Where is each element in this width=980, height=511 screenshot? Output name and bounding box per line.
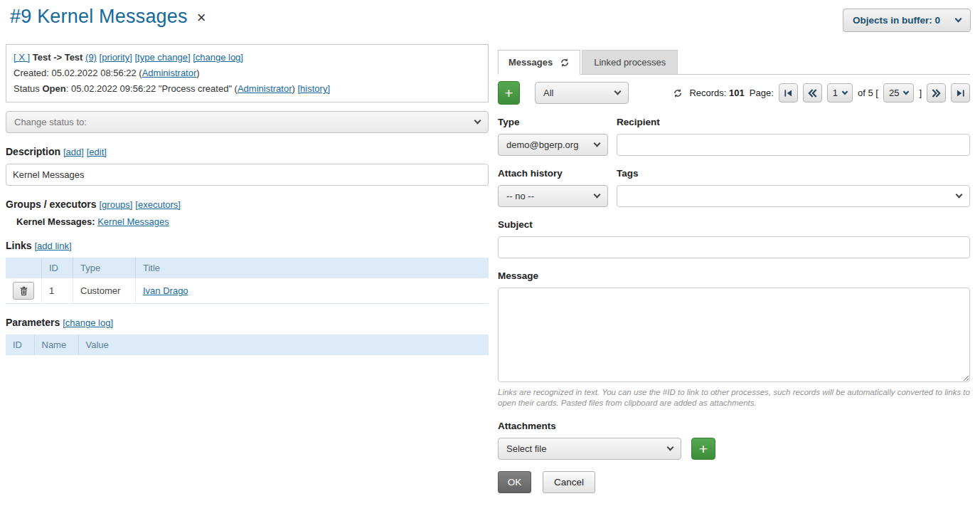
- attachment-file-select[interactable]: Select file: [498, 438, 681, 460]
- add-link-link[interactable]: [add link]: [34, 241, 71, 251]
- chevron-down-icon: [614, 88, 622, 95]
- message-form-row-1: Type Recipient demo@bgerp.org Attach his…: [498, 105, 970, 207]
- status-user-link[interactable]: Administrator: [238, 83, 292, 94]
- type-change-link[interactable]: [type change]: [134, 52, 190, 63]
- status-value: Open: [42, 83, 65, 94]
- add-message-button[interactable]: +: [498, 81, 520, 105]
- page-of-close: ]: [919, 88, 922, 98]
- chevron-down-icon: [955, 16, 962, 23]
- description-edit-link[interactable]: [edit]: [87, 147, 107, 157]
- attach-history-select[interactable]: -- no --: [498, 185, 608, 207]
- tab-linked-processes[interactable]: Linked processes: [582, 50, 678, 74]
- groups-executors-heading: Groups / executors [groups] [executors]: [6, 199, 489, 210]
- trash-icon: [20, 286, 28, 296]
- message-hint: Links are recognized in text. You can us…: [498, 387, 970, 409]
- group-value-link[interactable]: Kernel Messages: [97, 216, 169, 227]
- records-label: Records: 101: [689, 88, 744, 98]
- chevron-down-icon: [956, 191, 963, 199]
- links-col-actions: [6, 258, 42, 278]
- links-col-title: Title: [136, 258, 489, 278]
- cancel-button[interactable]: Cancel: [543, 471, 595, 493]
- chevron-down-icon: [842, 88, 848, 94]
- message-textarea[interactable]: [498, 288, 970, 382]
- process-info-panel: [ X ] Test -> Test (9) [priority] [type …: [6, 44, 489, 355]
- parameters-table: ID Name Value: [6, 334, 489, 355]
- add-attachment-button[interactable]: +: [691, 438, 715, 460]
- tags-label: Tags: [617, 168, 970, 179]
- last-page-button[interactable]: [951, 83, 970, 102]
- plus-icon: +: [504, 85, 513, 100]
- parameters-table-header: ID Name Value: [6, 334, 489, 355]
- summary-line-1: [ X ] Test -> Test (9) [priority] [type …: [14, 50, 481, 65]
- parameters-col-name: Name: [34, 334, 78, 355]
- first-page-button[interactable]: [779, 83, 798, 102]
- process-id-link[interactable]: (9): [85, 52, 97, 63]
- chevron-down-icon: [903, 88, 909, 94]
- subject-input[interactable]: [498, 236, 970, 258]
- messages-panel: Messages Linked processes + All: [498, 44, 970, 493]
- links-heading: Links [add link]: [6, 240, 489, 251]
- ok-button[interactable]: OK: [498, 471, 531, 493]
- priority-link[interactable]: [priority]: [100, 52, 132, 63]
- change-log-link[interactable]: [change log]: [193, 52, 243, 63]
- page-label: Page:: [750, 88, 774, 98]
- links-table: ID Type Title 1 Customer: [6, 258, 489, 304]
- parameters-heading: Parameters [change log]: [6, 317, 489, 328]
- type-select[interactable]: demo@bgerp.org: [498, 134, 608, 156]
- page-size-select[interactable]: 25: [883, 83, 914, 102]
- tab-messages[interactable]: Messages: [498, 50, 580, 75]
- first-page-icon: [784, 89, 792, 98]
- process-type-path: Test -> Test: [33, 52, 83, 63]
- tags-select[interactable]: [617, 185, 970, 207]
- close-process-link[interactable]: [ X ]: [14, 52, 30, 63]
- description-heading: Description [add] [edit]: [6, 146, 489, 157]
- summary-line-created: Created: 05.02.2022 08:56:22 (Administra…: [14, 65, 481, 81]
- next-page-button[interactable]: [927, 83, 946, 102]
- executors-link[interactable]: [executors]: [135, 199, 181, 210]
- created-user-link[interactable]: Administrator: [142, 68, 197, 78]
- last-page-icon: [957, 89, 965, 98]
- process-summary-box: [ X ] Test -> Test (9) [priority] [type …: [6, 44, 489, 102]
- link-row-title-link[interactable]: Ivan Drago: [143, 285, 188, 296]
- parameters-change-log-link[interactable]: [change log]: [63, 317, 113, 328]
- process-card-page: #9 Kernel Messages × Objects in buffer: …: [0, 0, 980, 511]
- description-input[interactable]: [6, 164, 489, 186]
- type-label: Type: [498, 117, 608, 127]
- form-buttons: OK Cancel: [498, 471, 970, 493]
- attachments-row: Select file +: [498, 438, 970, 460]
- status-history-link[interactable]: [history]: [297, 83, 330, 94]
- message-filter-select[interactable]: All: [535, 82, 629, 104]
- pagination: Records: 101 Page: 1: [673, 83, 970, 102]
- refresh-icon[interactable]: [560, 58, 570, 68]
- recipient-label: Recipient: [617, 117, 970, 127]
- recipient-input[interactable]: [617, 134, 970, 156]
- links-table-header: ID Type Title: [6, 258, 489, 278]
- chevron-down-icon: [594, 140, 601, 147]
- links-col-id: ID: [42, 258, 73, 278]
- objects-in-buffer-button[interactable]: Objects in buffer: 0: [843, 9, 971, 32]
- attachments-label: Attachments: [498, 421, 970, 431]
- delete-link-button[interactable]: [13, 282, 34, 300]
- groups-link[interactable]: [groups]: [99, 199, 132, 210]
- prev-page-button[interactable]: [803, 83, 822, 102]
- change-status-select[interactable]: Change status to:: [6, 111, 489, 133]
- plus-icon: +: [699, 441, 708, 456]
- page-header: #9 Kernel Messages ×: [10, 6, 206, 28]
- table-row: 1 Customer Ivan Drago: [6, 278, 489, 304]
- link-row-type: Customer: [73, 278, 136, 304]
- page-of-label: of 5 [: [858, 88, 878, 98]
- buffer-label: Objects in buffer: 0: [853, 15, 940, 26]
- prev-page-icon: [808, 89, 817, 98]
- links-col-type: Type: [73, 258, 136, 278]
- messages-toolbar: + All Records: 101 Page:: [498, 81, 970, 105]
- summary-line-status: Status Open: 05.02.2022 09:56:22 "Proces…: [14, 81, 481, 97]
- refresh-icon[interactable]: [673, 88, 683, 98]
- chevron-down-icon: [594, 191, 601, 199]
- close-process-icon[interactable]: ×: [197, 6, 206, 27]
- tab-bar: Messages Linked processes: [498, 50, 970, 75]
- parameters-col-id: ID: [6, 334, 34, 355]
- link-row-id: 1: [42, 278, 73, 304]
- attach-history-label: Attach history: [498, 168, 608, 179]
- page-number-select[interactable]: 1: [827, 83, 853, 102]
- description-add-link[interactable]: [add]: [63, 147, 84, 157]
